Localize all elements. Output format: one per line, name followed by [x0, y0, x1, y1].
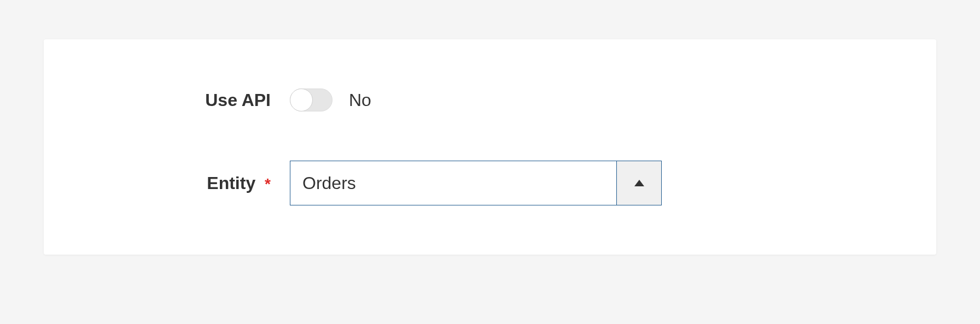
use-api-row: Use API No — [82, 89, 898, 111]
use-api-label-text: Use API — [205, 90, 271, 110]
entity-control: Orders — [290, 161, 662, 205]
use-api-toggle[interactable] — [290, 89, 332, 111]
entity-select-value: Orders — [290, 161, 616, 205]
caret-up-icon — [634, 180, 644, 186]
entity-label: Entity * — [82, 173, 290, 193]
use-api-label: Use API — [82, 90, 290, 110]
toggle-knob — [290, 89, 313, 111]
entity-select-handle[interactable] — [616, 161, 661, 205]
form-card: Use API No Entity * Orders — [44, 39, 936, 255]
required-mark: * — [265, 175, 271, 192]
use-api-control: No — [290, 89, 371, 111]
svg-marker-0 — [634, 180, 644, 186]
entity-select[interactable]: Orders — [290, 161, 662, 205]
use-api-state-text: No — [349, 90, 371, 110]
entity-label-text: Entity — [207, 173, 255, 193]
entity-row: Entity * Orders — [82, 161, 898, 205]
